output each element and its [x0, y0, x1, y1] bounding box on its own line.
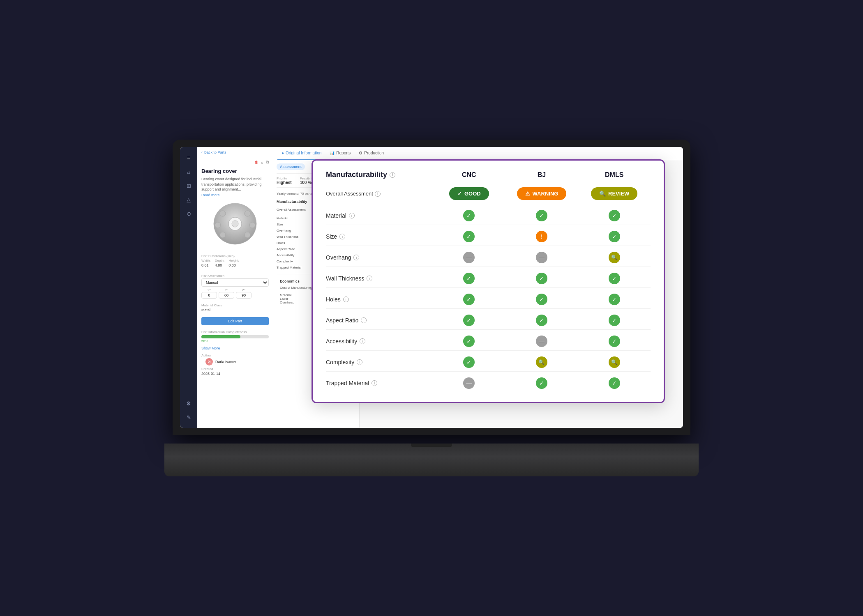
overlay-info-icon[interactable]: i — [390, 172, 395, 178]
holes-cnc-icon-cell: ✓ — [433, 294, 505, 305]
delete-icon[interactable]: 🗑 — [254, 160, 258, 165]
avatar: DI — [205, 358, 213, 365]
assessment-tab-item[interactable]: Assessment — [277, 163, 305, 170]
row-label-trappedmaterial: Trapped Material i — [326, 380, 433, 386]
priority-label: Priority — [277, 177, 287, 180]
part-image — [208, 201, 262, 246]
aspectratio-info-icon[interactable]: i — [361, 317, 367, 323]
sidebar-chart-icon[interactable]: △ — [183, 194, 194, 205]
created-value: 2025-01-14 — [201, 372, 269, 376]
ar-dmls-check: ✓ — [609, 315, 620, 326]
author-row: DI Daria Ivanov — [201, 358, 269, 365]
depth-label: Depth: — [215, 259, 225, 262]
laptop-base — [164, 444, 699, 476]
original-info-icon: ● — [282, 151, 284, 155]
show-more-link[interactable]: Show More — [197, 345, 273, 351]
author-label: Author — [201, 354, 269, 357]
material-class-label: Material Class — [201, 303, 269, 307]
tab-reports[interactable]: 📊 Reports — [325, 147, 355, 160]
col-cnc: CNC — [433, 171, 505, 179]
sidebar-circle-icon[interactable]: ⊙ — [183, 208, 194, 219]
back-link[interactable]: ‹ Back to Parts — [197, 147, 273, 158]
sidebar-edit-icon[interactable]: ✎ — [183, 411, 194, 423]
accessibility-info-icon[interactable]: i — [360, 338, 365, 344]
svg-point-3 — [215, 222, 221, 228]
copy-icon[interactable]: ⧉ — [266, 160, 269, 165]
screen: ≡ ⌂ ⊞ △ ⊙ ⚙ ✎ ‹ Back to Parts 🗑 ⌂ ⧉ — [180, 147, 683, 428]
height-label: Height: — [228, 259, 239, 262]
tab-production[interactable]: ⚙ Production — [355, 147, 388, 160]
svg-point-4 — [249, 222, 255, 228]
acc-cnc-check: ✓ — [463, 336, 475, 347]
holes-info-icon[interactable]: i — [343, 297, 349, 302]
cplx-dmls-icon-cell: 🔍 — [578, 356, 651, 368]
wt-cnc-icon-cell: ✓ — [433, 273, 505, 284]
y-label: Y° — [219, 288, 234, 292]
wallthickness-info-icon[interactable]: i — [367, 276, 372, 281]
sidebar-settings-icon[interactable]: ⚙ — [183, 398, 194, 409]
size-info-icon[interactable]: i — [339, 234, 345, 239]
width-label: Width: — [201, 259, 211, 262]
home-icon[interactable]: ⌂ — [261, 160, 263, 165]
x-input[interactable] — [201, 292, 217, 299]
complexity-info-icon[interactable]: i — [357, 359, 362, 365]
tm-cnc-neutral: — — [463, 377, 475, 389]
production-icon: ⚙ — [359, 151, 362, 155]
tab-original[interactable]: ● Original Information — [277, 147, 325, 160]
z-input[interactable] — [236, 292, 252, 299]
sidebar-menu-icon[interactable]: ≡ — [183, 152, 194, 163]
tm-dmls-icon-cell: ✓ — [578, 377, 651, 389]
depth-value: 4.80 — [215, 263, 225, 267]
sidebar-grid-icon[interactable]: ⊞ — [183, 180, 194, 191]
edit-part-button[interactable]: Edit Part — [201, 317, 269, 325]
overlay-title: Manufacturability i — [326, 170, 433, 179]
size-bj-icon-cell: ! — [505, 231, 578, 242]
material-cnc-icon-cell: ✓ — [433, 210, 505, 221]
warn-icon: ⚠ — [525, 191, 530, 197]
review-icon: 🔍 — [599, 191, 606, 197]
tm-dmls-check: ✓ — [609, 377, 620, 389]
tm-bj-icon-cell: ✓ — [505, 377, 578, 389]
overlay-row-holes: Holes i ✓ ✓ ✓ — [326, 290, 651, 309]
material-info-icon[interactable]: i — [349, 213, 355, 218]
holes-dmls-check: ✓ — [609, 294, 620, 305]
svg-point-8 — [232, 221, 238, 227]
overhang-bj-neutral: — — [536, 252, 547, 263]
progress-bar-bg — [201, 335, 269, 338]
orientation-select[interactable]: Manual — [201, 278, 269, 287]
row-label-complexity: Complexity i — [326, 359, 433, 365]
overhang-cnc-neutral: — — [463, 252, 475, 263]
part-actions: 🗑 ⌂ ⧉ — [197, 158, 273, 166]
trappedmaterial-info-icon[interactable]: i — [372, 380, 377, 386]
read-more-link[interactable]: Read more — [197, 192, 273, 198]
row-label-material: Material i — [326, 212, 433, 219]
completeness-value: 58% — [201, 339, 269, 343]
material-dmls-check: ✓ — [609, 210, 620, 221]
created-label: Created — [201, 367, 269, 371]
material-bj-check: ✓ — [536, 210, 547, 221]
col-dmls: DMLS — [578, 171, 651, 179]
acc-dmls-check: ✓ — [609, 336, 620, 347]
overhang-info-icon[interactable]: i — [353, 255, 359, 260]
progress-bar-fill — [201, 335, 240, 338]
wt-bj-check: ✓ — [536, 273, 547, 284]
part-title: Bearing cover — [197, 166, 273, 177]
badge-good: ✓ GOOD — [449, 187, 489, 200]
acc-bj-neutral: — — [536, 336, 547, 347]
sidebar-home-icon[interactable]: ⌂ — [183, 166, 194, 177]
material-cnc-check: ✓ — [463, 210, 475, 221]
overlay-rows: Material i ✓ ✓ ✓ — [326, 207, 651, 392]
overlay-row-material: Material i ✓ ✓ ✓ — [326, 207, 651, 225]
width-value: 8.01 — [201, 263, 211, 267]
y-input[interactable] — [219, 292, 234, 299]
check-good-icon: ✓ — [457, 191, 462, 197]
overall-info-icon[interactable]: i — [375, 191, 381, 197]
ar-bj-check: ✓ — [536, 315, 547, 326]
cplx-bj-icon-cell: 🔍 — [505, 356, 578, 368]
sidebar: ≡ ⌂ ⊞ △ ⊙ ⚙ ✎ — [180, 147, 197, 428]
acc-bj-icon-cell: — — [505, 336, 578, 347]
part-description: Bearing cover designed for industrial tr… — [197, 177, 273, 192]
overlay-row-wallthickness: Wall Thickness i ✓ ✓ ✓ — [326, 269, 651, 288]
z-label: Z° — [236, 288, 252, 292]
overlay-row-overhang: Overhang i — — 🔍 — [326, 248, 651, 267]
